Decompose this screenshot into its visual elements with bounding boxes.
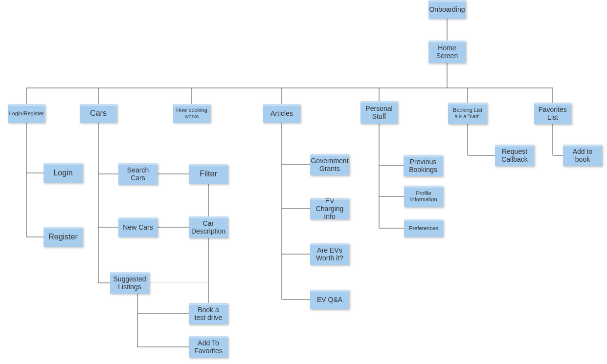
node-how-booking-works: How booking works <box>173 104 210 123</box>
node-register: Register <box>44 227 83 247</box>
node-profile-info: Profile Information <box>404 186 443 207</box>
node-previous-bookings: Previous Bookings <box>404 155 443 176</box>
node-ev-qa: EV Q&A <box>310 290 349 309</box>
node-add-to-book: Add to book <box>563 145 602 166</box>
node-search-cars: Search Cars <box>118 163 157 185</box>
connectors <box>0 0 607 364</box>
node-login: Login <box>44 163 83 183</box>
node-favorites-list: Favorites List <box>534 103 571 124</box>
node-booking-list: Booking List a.k.a "cart" <box>448 103 487 124</box>
node-filter: Filter <box>189 164 228 184</box>
node-home-screen: Home Screen <box>428 41 466 63</box>
node-ev-charging-info: EV Charging Info <box>310 198 349 219</box>
node-government-grants: Government Grants <box>310 154 349 175</box>
node-personal-stuff: Personal Stuff <box>360 101 398 124</box>
node-articles: Articles <box>263 104 300 123</box>
node-book-test-drive: Book a test drive <box>189 303 228 324</box>
node-login-register: Login/Register <box>8 104 45 123</box>
node-add-to-favorites: Add To Favorites <box>189 336 228 358</box>
node-suggested-listings: Suggested Listings <box>110 272 149 294</box>
node-are-evs-worth-it: Are EVs Worth it? <box>310 243 349 265</box>
node-new-cars: New Cars <box>118 217 157 237</box>
node-car-description: Car Description <box>189 216 228 238</box>
node-request-callback: Request Callback <box>495 145 534 166</box>
node-cars: Cars <box>80 104 117 123</box>
node-preferences: Preferences <box>404 219 443 237</box>
node-onboarding: Onboarding <box>428 0 466 19</box>
